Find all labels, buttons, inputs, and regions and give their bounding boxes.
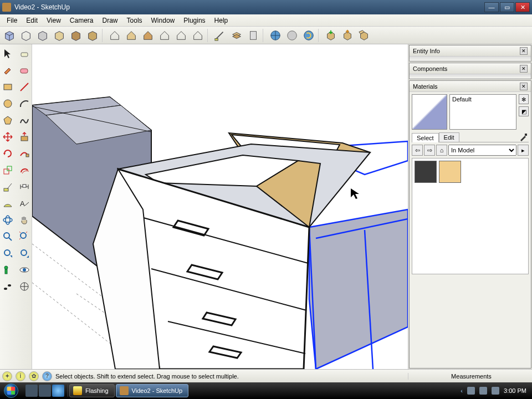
text-tool-icon[interactable]: A	[17, 196, 32, 211]
scale-tool-icon[interactable]	[1, 163, 15, 177]
globe-refresh-icon[interactable]	[301, 28, 316, 43]
position-camera-icon[interactable]	[1, 263, 15, 277]
panel-entity-info-close[interactable]: ✕	[520, 47, 528, 55]
followme-tool-icon[interactable]	[17, 146, 32, 161]
quick-launch-ie-icon[interactable]	[52, 385, 64, 397]
default-material-button[interactable]: ◩	[519, 106, 529, 116]
circle-tool-icon[interactable]	[1, 96, 15, 111]
house-6-icon[interactable]	[191, 28, 205, 43]
menu-tools[interactable]: Tools	[122, 16, 147, 25]
menu-view[interactable]: View	[42, 16, 65, 25]
material-preview-swatch[interactable]	[412, 94, 447, 130]
panel-components-title[interactable]: Components	[413, 65, 520, 72]
house-3-icon[interactable]	[141, 28, 155, 43]
panel-materials-title[interactable]: Materials	[413, 83, 520, 90]
protractor-tool-icon[interactable]	[1, 196, 15, 211]
panel-entity-info-title[interactable]: Entity Info	[413, 48, 520, 54]
shape-mono-icon[interactable]	[85, 28, 100, 43]
minimize-button[interactable]: ―	[484, 2, 499, 12]
pan-tool-icon[interactable]	[17, 213, 32, 227]
select-tool-icon[interactable]	[1, 47, 15, 61]
tray-volume-icon[interactable]	[492, 387, 499, 395]
dimension-tool-icon[interactable]	[17, 180, 32, 194]
status-help-icon[interactable]: ?	[42, 371, 52, 381]
move-tool-icon[interactable]	[1, 130, 15, 144]
previous-tool-icon[interactable]	[1, 246, 15, 260]
shape-hidden-icon[interactable]	[35, 28, 50, 43]
menu-plugins[interactable]: Plugins	[179, 16, 209, 25]
box-down-icon[interactable]	[324, 28, 338, 43]
tape-icon[interactable]	[213, 28, 227, 43]
tray-icon-1[interactable]	[467, 387, 475, 395]
menu-window[interactable]: Window	[147, 16, 180, 25]
materials-library-select[interactable]: In Model	[448, 145, 516, 156]
tray-expand-icon[interactable]: ‹	[461, 387, 463, 394]
menu-camera[interactable]: Camera	[65, 16, 98, 25]
shape-wire-icon[interactable]	[19, 28, 33, 43]
polygon-tool-icon[interactable]	[1, 113, 15, 127]
panel-components-close[interactable]: ✕	[520, 65, 528, 73]
zoom-tool-icon[interactable]	[1, 229, 15, 244]
orbit-tool-icon[interactable]	[1, 213, 15, 227]
taskbar-button-flashing[interactable]: Flashing	[69, 384, 115, 397]
layers-icon[interactable]	[229, 28, 244, 43]
rotate-tool-icon[interactable]	[1, 146, 15, 161]
create-material-button[interactable]: ✻	[519, 94, 529, 104]
shape-shaded-icon[interactable]	[52, 28, 66, 43]
box-open-icon[interactable]	[357, 28, 371, 43]
house-2-icon[interactable]	[124, 28, 139, 43]
freehand-tool-icon[interactable]	[17, 113, 32, 127]
materials-menu-button[interactable]: ▸	[518, 145, 529, 156]
tape-tool-icon[interactable]	[1, 180, 15, 194]
viewport-3d[interactable]	[32, 44, 408, 369]
quick-launch-switch-icon[interactable]	[39, 385, 51, 397]
offset-tool-icon[interactable]	[17, 163, 32, 177]
next-tool-icon[interactable]	[17, 246, 32, 260]
material-name-field[interactable]: Default	[449, 94, 516, 130]
pushpull-tool-icon[interactable]	[17, 130, 32, 144]
menu-help[interactable]: Help	[210, 16, 233, 25]
status-info-icon[interactable]: i	[16, 371, 25, 381]
start-button[interactable]	[1, 382, 21, 399]
maximize-button[interactable]: ▭	[500, 2, 514, 12]
house-4-icon[interactable]	[157, 28, 172, 43]
menu-file[interactable]: File	[2, 16, 22, 25]
line-tool-icon[interactable]	[17, 80, 32, 94]
erase-pink-icon[interactable]	[17, 63, 32, 78]
zoom-extents-icon[interactable]	[17, 229, 32, 244]
status-user-icon[interactable]: ✿	[29, 371, 39, 381]
globe-icon[interactable]	[268, 28, 283, 43]
close-button[interactable]: ✕	[515, 2, 530, 12]
rectangle-tool-icon[interactable]	[1, 80, 15, 94]
panel-materials-close[interactable]: ✕	[520, 83, 528, 90]
paint-tool-icon[interactable]	[1, 63, 15, 78]
status-tip-icon[interactable]: ✦	[2, 371, 12, 381]
menu-edit[interactable]: Edit	[22, 16, 42, 25]
eraser-tool-icon[interactable]	[17, 47, 32, 61]
material-swatch-wood-tan[interactable]	[439, 161, 461, 183]
materials-tab-select[interactable]: Select	[412, 133, 439, 142]
materials-forward-button[interactable]: ⇨	[424, 145, 435, 156]
house-1-icon[interactable]	[108, 28, 122, 43]
material-swatch-dark-gray[interactable]	[415, 161, 437, 183]
materials-back-button[interactable]: ⇦	[412, 145, 423, 156]
walk-tool-icon[interactable]	[1, 279, 15, 294]
menu-draw[interactable]: Draw	[98, 16, 122, 25]
look-around-icon[interactable]	[17, 263, 32, 277]
shape-cube-icon[interactable]	[2, 28, 17, 43]
quick-launch-desktop-icon[interactable]	[25, 385, 38, 397]
status-hint: Select objects. Shift to extend select. …	[55, 373, 405, 380]
taskbar-button-sketchup[interactable]: Video2 - SketchUp	[116, 384, 189, 397]
paste-icon[interactable]	[246, 28, 260, 43]
materials-home-button[interactable]: ⌂	[436, 145, 447, 156]
tray-icon-2[interactable]	[479, 387, 487, 395]
box-up-icon[interactable]	[340, 28, 355, 43]
materials-tab-edit[interactable]: Edit	[439, 132, 459, 142]
arc-tool-icon[interactable]	[17, 96, 32, 111]
shape-textured-icon[interactable]	[69, 28, 83, 43]
globe-toggle-icon[interactable]	[285, 28, 299, 43]
tray-clock[interactable]: 3:00 PM	[504, 387, 526, 394]
section-tool-icon[interactable]	[17, 279, 32, 294]
house-5-icon[interactable]	[174, 28, 188, 43]
eyedropper-icon[interactable]	[519, 132, 529, 142]
